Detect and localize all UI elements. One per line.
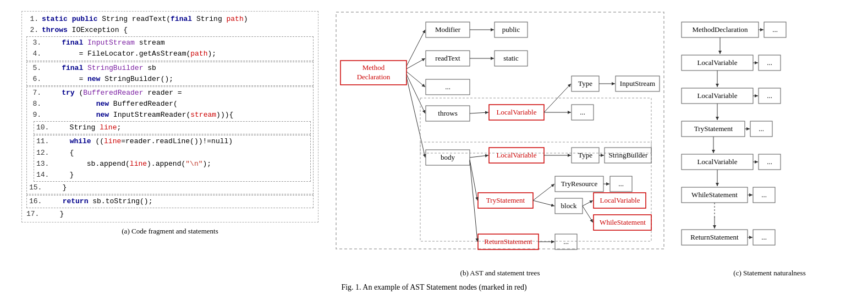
line-num-3: 3. [29,37,41,48]
line-num-1: 1. [26,14,39,25]
svg-text:...: ... [445,83,451,91]
svg-text:TryStatement: TryStatement [694,124,733,133]
line-num-15: 15. [29,182,42,193]
code-line-5: 5. final StringBuilder sb [29,63,311,74]
svg-line-65 [470,160,477,200]
code-block: 1. static public String readText(final S… [21,11,318,222]
svg-text:readText: readText [435,54,460,62]
svg-line-24 [406,77,425,158]
panel-c: MethodDeclaration ... LocalVariable ... … [671,6,868,278]
svg-text:throws: throws [438,109,457,117]
svg-text:...: ... [759,124,764,133]
svg-text:body: body [441,153,455,161]
svg-text:public: public [502,25,520,34]
svg-text:LocalVariable: LocalVariable [697,91,738,100]
svg-line-63 [583,200,593,206]
svg-text:...: ... [767,91,772,100]
panel-a-caption: (a) Code fragment and statements [122,227,218,236]
line-num-2: 2. [26,25,39,36]
svg-text:InputStream: InputStream [620,79,655,88]
svg-text:...: ... [618,180,624,188]
svg-rect-25 [420,98,651,153]
code-text-7: try (BufferedReader reader = [45,88,311,99]
svg-text:...: ... [563,237,569,246]
code-line-3: 3. final InputStream stream [29,37,311,48]
code-text-12: { [52,148,308,159]
code-line-12: 12. { [36,148,308,159]
svg-text:...: ... [761,191,767,199]
ast-tree-svg: Method Declaration Modifier public readT… [335,11,665,264]
line-num-8: 8. [29,99,41,110]
panel-a: 1. static public String readText(final S… [10,6,329,236]
svg-text:...: ... [580,108,585,116]
code-text-8: new BufferedReader( [45,99,311,110]
svg-line-60 [533,184,554,200]
svg-line-64 [583,206,593,222]
line-num-13: 13. [36,159,49,170]
code-text-17: } [42,209,314,220]
line-num-12: 12. [36,148,49,159]
line-num-9: 9. [29,110,41,121]
code-line-8: 8. new BufferedReader( [29,99,311,110]
svg-text:WhileStatement: WhileStatement [600,218,646,226]
svg-line-16 [406,30,425,66]
code-text-9: new InputStreamReader(stream))){ [45,110,311,121]
line-num-4: 4. [29,48,41,59]
line-num-14: 14. [36,170,49,181]
svg-line-61 [533,200,554,206]
svg-text:WhileStatement: WhileStatement [691,191,738,199]
svg-line-37 [470,112,488,113]
main-container: 1. static public String readText(final S… [10,6,858,278]
code-line-1: 1. static public String readText(final S… [26,14,314,25]
line-num-16: 16. [29,196,42,207]
line-num-7: 7. [29,88,41,99]
code-text-2: throws IOException { [42,25,314,36]
code-line-14: 14. } [36,170,308,181]
svg-line-70 [470,161,477,242]
code-text-4: = FileLocator.getAsStream(path); [45,48,311,59]
code-text-5: final StringBuilder sb [45,63,311,74]
svg-line-47 [470,155,488,158]
svg-text:block: block [561,202,577,210]
code-line-17: 17. } [26,209,314,220]
code-text-16: return sb.toString(); [45,196,311,207]
fig-caption: Fig. 1. An example of AST Statement node… [341,283,526,292]
svg-text:MethodDeclaration: MethodDeclaration [692,25,748,34]
svg-text:Modifier: Modifier [435,25,461,34]
svg-text:LocalVariable: LocalVariable [497,108,537,116]
code-line-7: 7. try (BufferedReader reader = [29,88,311,99]
svg-line-18 [406,72,425,87]
code-line-2: 2. throws IOException { [26,25,314,36]
line-num-6: 6. [29,74,41,85]
line-num-10: 10. [36,122,49,133]
code-text-1: static public String readText(final Stri… [42,14,314,25]
code-line-13: 13. sb.append(line).append("\n"); [36,159,308,170]
line-num-11: 11. [36,136,49,147]
svg-text:Type: Type [578,79,592,88]
code-text-15: } [45,182,311,193]
svg-text:TryResource: TryResource [561,180,598,188]
svg-text:...: ... [767,58,772,67]
code-text-3: final InputStream stream [45,37,311,48]
svg-line-23 [406,74,425,113]
svg-text:...: ... [761,233,767,241]
panel-c-caption: (c) Statement naturalness [733,269,805,278]
code-line-11: 11. while ((line=reader.readLine())!=nul… [36,136,308,147]
line-num-5: 5. [29,63,41,74]
svg-text:LocalVariable: LocalVariable [497,151,537,159]
svg-text:LocalVariable: LocalVariable [600,196,640,204]
svg-text:ReturnStatement: ReturnStatement [484,237,532,246]
panel-b-caption: (b) AST and statement trees [460,269,540,278]
svg-rect-0 [336,12,664,249]
code-text-14: } [52,170,308,181]
svg-text:static: static [503,54,519,62]
code-text-10: String line; [52,122,308,133]
code-line-16: 16. return sb.toString(); [29,196,311,207]
svg-line-17 [406,58,425,69]
line-num-17: 17. [26,209,39,220]
code-line-4: 4. = FileLocator.getAsStream(path); [29,48,311,59]
code-text-11: while ((line=reader.readLine())!=null) [52,136,308,147]
panel-b: Method Declaration Modifier public readT… [329,6,671,278]
code-text-6: = new StringBuilder(); [45,74,311,85]
svg-text:Type: Type [578,151,592,159]
